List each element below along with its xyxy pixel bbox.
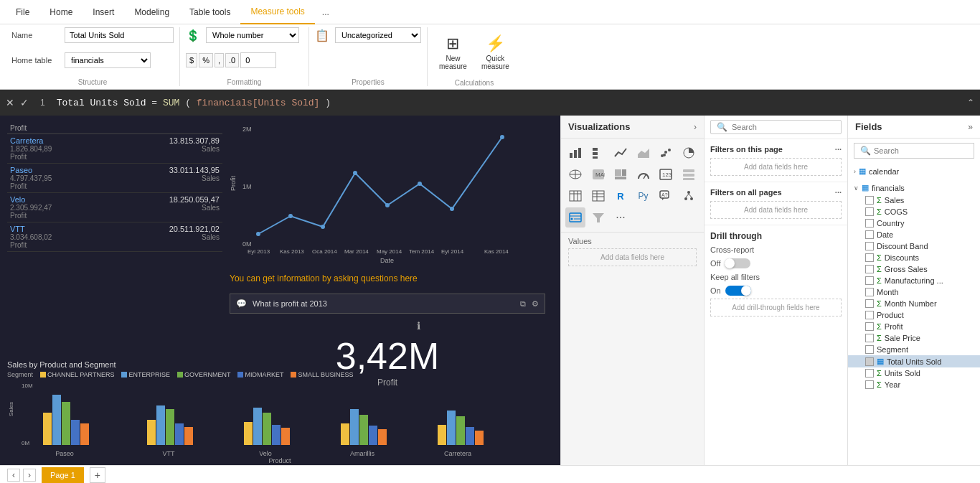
formula-confirm-btn[interactable]: ✓ [20, 97, 29, 108]
fields-search-box[interactable]: 🔍 [854, 143, 974, 159]
profit-checkbox[interactable] [865, 322, 874, 331]
field-discount-band[interactable]: Discount Band [848, 240, 980, 252]
field-sales[interactable]: Σ Sales [848, 194, 980, 206]
year-checkbox[interactable] [865, 380, 874, 389]
field-group-calendar-header[interactable]: › ▦ calendar [848, 164, 980, 178]
decimal-value-input[interactable] [240, 52, 276, 68]
viz-icon-map[interactable] [565, 164, 585, 184]
all-pages-filters-more-icon[interactable]: ··· [835, 188, 842, 197]
qa-box[interactable]: 💬 ⧉ ⚙ [230, 294, 545, 314]
tab-home[interactable]: Home [39, 0, 83, 24]
page-prev-btn[interactable]: ‹ [7, 469, 20, 482]
field-product[interactable]: Product [848, 309, 980, 321]
viz-icon-decomp[interactable] [679, 186, 699, 206]
viz-icon-area[interactable] [633, 143, 654, 163]
field-date[interactable]: Date [848, 229, 980, 240]
viz-icon-pie[interactable] [679, 143, 699, 163]
viz-icon-bar[interactable] [565, 143, 585, 163]
product-vtt[interactable]: VTT [10, 225, 115, 233]
viz-icon-column[interactable] [588, 143, 608, 163]
sale-price-checkbox[interactable] [865, 334, 874, 342]
total-units-sold-checkbox[interactable] [865, 357, 874, 366]
tab-file[interactable]: File [6, 0, 39, 24]
ribbon-more-icon[interactable]: ... [315, 1, 336, 23]
field-profit[interactable]: Σ Profit [848, 321, 980, 332]
viz-icon-scatter[interactable] [656, 143, 676, 163]
tab-table-tools[interactable]: Table tools [179, 0, 240, 24]
product-paseo[interactable]: Paseo [10, 166, 115, 174]
field-segment[interactable]: Segment [848, 344, 980, 355]
filters-search-box[interactable]: 🔍 [710, 120, 842, 134]
product-carretera[interactable]: Carretera [10, 136, 115, 145]
formula-cancel-btn[interactable]: ✕ [6, 97, 14, 108]
page-1-tab[interactable]: Page 1 [42, 467, 84, 483]
viz-icon-python[interactable]: Py [633, 186, 654, 206]
sales-checkbox[interactable] [865, 196, 874, 205]
tab-insert[interactable]: Insert [83, 0, 124, 24]
qa-more-icon[interactable]: ⚙ [532, 299, 539, 309]
field-discounts[interactable]: Σ Discounts [848, 252, 980, 263]
qa-info-icon[interactable]: ℹ [417, 320, 420, 332]
formula-expression[interactable]: Total Units Sold = SUM ( financials[Unit… [57, 98, 961, 108]
product-checkbox[interactable] [865, 311, 874, 319]
page-filters-header[interactable]: Filters on this page ··· [710, 145, 842, 154]
viz-icon-r[interactable]: R [611, 186, 631, 206]
tab-measure-tools[interactable]: Measure tools [240, 0, 314, 24]
manufacturing-checkbox[interactable] [865, 276, 874, 285]
viz-icon-qa[interactable]: A? [656, 186, 676, 206]
all-pages-filters-add-btn[interactable]: Add data fields here [710, 201, 842, 219]
product-velo[interactable]: Velo [10, 195, 115, 204]
viz-icon-gauge[interactable] [633, 164, 654, 184]
keep-filters-toggle[interactable] [725, 286, 751, 296]
field-sale-price[interactable]: Σ Sale Price [848, 332, 980, 344]
field-total-units-sold[interactable]: ▦ Total Units Sold [848, 355, 980, 367]
field-country[interactable]: Country [848, 217, 980, 229]
page-filters-more-icon[interactable]: ··· [835, 145, 842, 154]
field-manufacturing[interactable]: Σ Manufacturing ... [848, 275, 980, 286]
percent-btn[interactable]: % [199, 53, 213, 67]
qa-input[interactable] [253, 299, 514, 308]
viz-icon-card[interactable]: 123 [656, 164, 676, 184]
quick-measure-btn[interactable]: ⚡ Quick measure [476, 27, 515, 78]
country-checkbox[interactable] [865, 219, 874, 228]
viz-icon-matrix[interactable] [588, 186, 608, 206]
viz-icon-field-list[interactable] [565, 207, 585, 228]
qa-copy-icon[interactable]: ⧉ [520, 299, 526, 309]
viz-icon-filled-map[interactable]: MAP [588, 164, 608, 184]
gross-sales-checkbox[interactable] [865, 265, 874, 273]
field-units-sold[interactable]: Σ Units Sold [848, 367, 980, 379]
format-type-select[interactable]: Whole number Decimal number Currency Per… [206, 27, 299, 43]
canvas-area[interactable]: Profit Carretera 1.826.804,89 Profit 13.… [0, 116, 560, 465]
cogs-checkbox[interactable] [865, 207, 874, 216]
fields-expand-btn[interactable]: » [968, 122, 973, 132]
formula-collapse-btn[interactable]: ⌃ [967, 98, 974, 108]
drill-through-add-btn[interactable]: Add drill-through fields here [710, 299, 842, 316]
viz-add-field-btn[interactable]: Add data fields here [568, 248, 697, 266]
field-group-financials-header[interactable]: ∨ ▦ financials [848, 181, 980, 194]
viz-icon-funnel[interactable] [588, 207, 608, 228]
page-filters-add-btn[interactable]: Add data fields here [710, 158, 842, 176]
units-sold-checkbox[interactable] [865, 369, 874, 378]
home-table-select[interactable]: financials [65, 52, 151, 68]
field-month[interactable]: Month [848, 286, 980, 298]
category-select[interactable]: Uncategorized [335, 27, 421, 43]
field-cogs[interactable]: Σ COGS [848, 206, 980, 217]
date-checkbox[interactable] [865, 230, 874, 239]
month-number-checkbox[interactable] [865, 299, 874, 308]
discounts-checkbox[interactable] [865, 253, 874, 262]
viz-icon-line[interactable] [611, 143, 631, 163]
tab-modeling[interactable]: Modeling [124, 0, 179, 24]
currency-btn[interactable]: $ [186, 53, 197, 67]
viz-icon-table[interactable] [565, 186, 585, 206]
segment-checkbox[interactable] [865, 345, 874, 354]
page-next-btn[interactable]: › [23, 469, 36, 482]
discount-band-checkbox[interactable] [865, 242, 874, 250]
all-pages-filters-header[interactable]: Filters on all pages ··· [710, 188, 842, 197]
fields-search-input[interactable] [874, 146, 973, 155]
cross-report-toggle[interactable] [725, 258, 750, 268]
viz-expand-btn[interactable]: › [694, 122, 697, 132]
viz-icon-treemap[interactable] [611, 164, 631, 184]
comma-btn[interactable]: , [215, 53, 224, 67]
field-month-number[interactable]: Σ Month Number [848, 298, 980, 309]
month-checkbox[interactable] [865, 288, 874, 296]
